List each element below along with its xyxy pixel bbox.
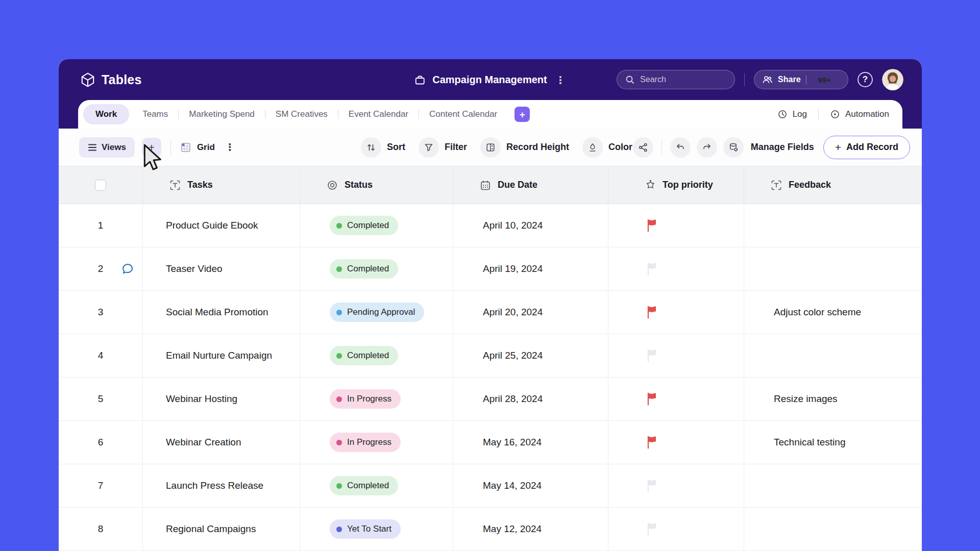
priority-cell[interactable] bbox=[608, 247, 744, 290]
column-header-due-date[interactable]: Due Date bbox=[453, 166, 608, 204]
grid-view-selector[interactable]: Grid bbox=[180, 142, 215, 153]
column-header-status[interactable]: Status bbox=[300, 166, 453, 204]
flag-icon[interactable] bbox=[645, 218, 659, 233]
priority-cell[interactable] bbox=[608, 334, 744, 377]
sort-button[interactable]: Sort bbox=[361, 137, 405, 158]
redo-icon[interactable] bbox=[697, 137, 717, 158]
feedback-cell[interactable] bbox=[744, 204, 922, 247]
tab-marketing-spend[interactable]: Marketing Spend bbox=[179, 104, 265, 124]
table-row[interactable]: 7 Launch Press Release Completed May 14,… bbox=[59, 464, 922, 508]
add-record-button[interactable]: + Add Record bbox=[823, 136, 910, 159]
table-row[interactable]: 4 Email Nurture Campaign Completed April… bbox=[59, 334, 922, 378]
table-row[interactable]: 5 Webinar Hosting In Progress April 28, … bbox=[59, 378, 922, 421]
status-cell[interactable]: Yet To Start bbox=[300, 508, 453, 550]
table-row[interactable]: 1 Product Guide Ebook Completed April 10… bbox=[59, 204, 922, 247]
select-all-checkbox[interactable] bbox=[95, 180, 106, 191]
add-view-button[interactable]: + bbox=[142, 138, 161, 157]
feedback-cell[interactable] bbox=[744, 334, 922, 377]
feedback-cell[interactable] bbox=[744, 464, 922, 507]
table-row[interactable]: 2 Teaser Video Completed April 19, 2024 bbox=[59, 247, 922, 291]
table-row[interactable]: 3 Social Media Promotion Pending Approva… bbox=[59, 291, 922, 334]
status-cell[interactable]: In Progress bbox=[300, 378, 453, 420]
status-cell[interactable]: Completed bbox=[300, 334, 453, 377]
feedback-cell[interactable] bbox=[744, 508, 922, 550]
priority-cell[interactable] bbox=[608, 421, 744, 464]
table-row[interactable]: 8 Regional Campaigns Yet To Start May 12… bbox=[59, 508, 922, 551]
task-cell[interactable]: Email Nurture Campaign bbox=[143, 334, 300, 377]
add-table-button[interactable]: + bbox=[514, 107, 530, 122]
task-cell[interactable]: Product Guide Ebook bbox=[143, 204, 300, 247]
undo-icon[interactable] bbox=[670, 137, 691, 158]
status-cell[interactable]: Pending Approval bbox=[300, 291, 453, 334]
feedback-cell[interactable] bbox=[744, 247, 922, 290]
manage-fields-label[interactable]: Manage Fields bbox=[751, 142, 814, 153]
task-cell[interactable]: Social Media Promotion bbox=[143, 291, 300, 334]
due-date-cell[interactable]: April 19, 2024 bbox=[453, 247, 608, 290]
status-cell[interactable]: Completed bbox=[300, 204, 453, 247]
search-bar[interactable] bbox=[617, 70, 735, 89]
column-header-top-priority[interactable]: Top priority bbox=[608, 166, 744, 204]
table-row[interactable]: 6 Webinar Creation In Progress May 16, 2… bbox=[59, 421, 922, 464]
flag-icon[interactable] bbox=[645, 522, 659, 536]
row-number-cell[interactable]: 3 bbox=[59, 291, 143, 334]
automation-button[interactable]: Automation bbox=[830, 109, 889, 119]
title-menu-icon[interactable]: ⋮ bbox=[554, 74, 567, 85]
row-number-cell[interactable]: 1 bbox=[59, 204, 143, 247]
column-header-tasks[interactable]: Tasks bbox=[143, 166, 300, 204]
tab-work[interactable]: Work bbox=[83, 104, 129, 124]
tab-content-calendar[interactable]: Content Calendar bbox=[419, 104, 507, 124]
row-number-cell[interactable]: 5 bbox=[59, 378, 143, 420]
priority-cell[interactable] bbox=[608, 291, 744, 334]
tab-teams[interactable]: Teams bbox=[132, 104, 178, 124]
search-input[interactable] bbox=[640, 75, 717, 84]
filter-button[interactable]: Filter bbox=[419, 137, 467, 158]
row-number-cell[interactable]: 2 bbox=[59, 247, 143, 290]
feedback-cell[interactable]: Adjust color scheme bbox=[744, 291, 922, 334]
workspace-title-group[interactable]: Campaign Management ⋮ bbox=[414, 74, 566, 86]
status-cell[interactable]: Completed bbox=[300, 247, 453, 290]
due-date-cell[interactable]: April 20, 2024 bbox=[453, 291, 608, 334]
flag-icon[interactable] bbox=[645, 392, 659, 406]
app-logo[interactable]: Tables bbox=[80, 72, 142, 88]
column-header-feedback[interactable]: Feedback bbox=[744, 166, 922, 204]
feedback-cell[interactable]: Resize images bbox=[744, 378, 922, 420]
due-date-cell[interactable]: May 12, 2024 bbox=[453, 508, 608, 550]
due-date-cell[interactable]: April 28, 2024 bbox=[453, 378, 608, 420]
due-date-cell[interactable]: May 14, 2024 bbox=[453, 464, 608, 507]
due-date-cell[interactable]: May 16, 2024 bbox=[453, 421, 608, 464]
user-avatar[interactable] bbox=[882, 69, 903, 90]
row-number-cell[interactable]: 4 bbox=[59, 334, 143, 377]
task-cell[interactable]: Webinar Creation bbox=[143, 421, 300, 464]
status-cell[interactable]: Completed bbox=[300, 464, 453, 507]
feedback-cell[interactable]: Technical testing bbox=[744, 421, 922, 464]
tab-sm-creatives[interactable]: SM Creatives bbox=[265, 104, 338, 124]
views-button[interactable]: Views bbox=[79, 137, 135, 158]
view-options-icon[interactable]: ⋮ bbox=[225, 141, 235, 153]
flag-icon[interactable] bbox=[645, 435, 659, 449]
color-button[interactable]: Color bbox=[582, 137, 632, 158]
flag-icon[interactable] bbox=[645, 262, 659, 276]
priority-cell[interactable] bbox=[608, 204, 744, 247]
priority-cell[interactable] bbox=[608, 508, 744, 550]
record-height-button[interactable]: Record Height bbox=[480, 137, 569, 158]
task-cell[interactable]: Teaser Video bbox=[143, 247, 300, 290]
priority-cell[interactable] bbox=[608, 464, 744, 507]
status-cell[interactable]: In Progress bbox=[300, 421, 453, 464]
share-view-icon[interactable] bbox=[633, 137, 653, 158]
tab-event-calendar[interactable]: Event Calendar bbox=[338, 104, 419, 124]
due-date-cell[interactable]: April 25, 2024 bbox=[453, 334, 608, 377]
row-number-cell[interactable]: 8 bbox=[59, 508, 143, 550]
priority-cell[interactable] bbox=[608, 378, 744, 420]
help-button[interactable]: ? bbox=[857, 72, 873, 87]
task-cell[interactable]: Regional Campaigns bbox=[143, 508, 300, 550]
row-number-cell[interactable]: 6 bbox=[59, 421, 143, 464]
task-cell[interactable]: Webinar Hosting bbox=[143, 378, 300, 420]
share-button[interactable]: Share 99+ bbox=[754, 70, 848, 89]
flag-icon[interactable] bbox=[645, 348, 659, 363]
log-button[interactable]: Log bbox=[777, 109, 807, 119]
flag-icon[interactable] bbox=[645, 305, 659, 319]
row-number-cell[interactable]: 7 bbox=[59, 464, 143, 507]
fields-database-icon[interactable] bbox=[723, 137, 744, 158]
task-cell[interactable]: Launch Press Release bbox=[143, 464, 300, 507]
due-date-cell[interactable]: April 10, 2024 bbox=[453, 204, 608, 247]
